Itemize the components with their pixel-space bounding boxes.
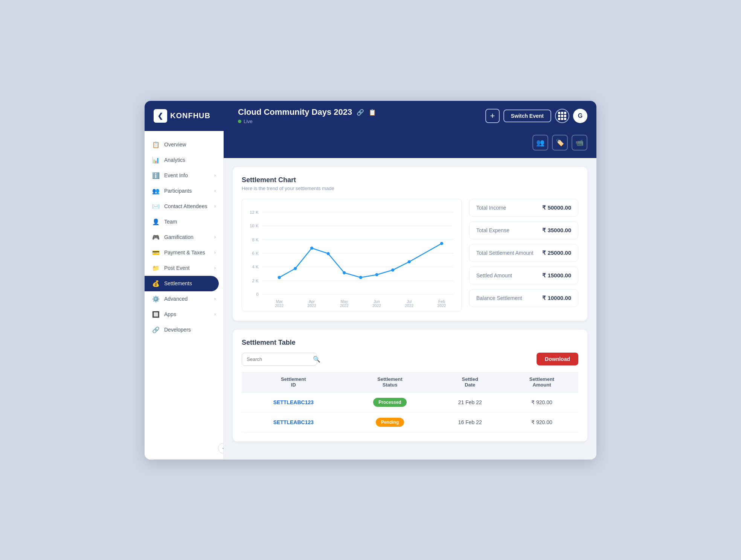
sidebar-item-overview[interactable]: 📋 Overview [145, 137, 223, 152]
logo: ❮ KONFHUB [154, 109, 229, 123]
header-actions: + Switch Event G [485, 109, 587, 123]
svg-point-31 [359, 276, 362, 279]
sidebar-icon-analytics: 📊 [152, 157, 160, 164]
sidebar-item-analytics[interactable]: 📊 Analytics [145, 152, 223, 168]
settlement-id-link[interactable]: SETTLEABC123 [273, 419, 314, 425]
settlement-id-link[interactable]: SETTLEABC123 [273, 399, 314, 405]
table-header: SettlementID SettlementStatus SettledDat… [242, 372, 578, 393]
sidebar-item-payment-taxes[interactable]: 💳 Payment & Taxes › [145, 245, 223, 260]
sidebar-chevron-participants: › [214, 188, 216, 193]
sidebar-item-settlements[interactable]: 💰 Settlements [145, 276, 219, 291]
svg-text:2022: 2022 [307, 304, 316, 308]
sidebar-label-apps: Apps [164, 311, 210, 317]
status-dot [238, 120, 241, 123]
sidebar-item-apps[interactable]: 🔲 Apps › [145, 307, 223, 322]
sidebar-chevron-advanced: › [214, 296, 216, 301]
logo-icon: ❮ [154, 109, 167, 123]
svg-point-34 [408, 260, 411, 263]
svg-text:Mar: Mar [276, 299, 283, 303]
col-settled-date: SettledDate [435, 372, 505, 393]
header-center: Cloud Community Days 2023 🔗 📋 Live [229, 107, 485, 124]
status-badge: Pending [376, 418, 404, 427]
settlement-amount: ₹ 920.00 [505, 392, 578, 412]
sidebar-collapse-button[interactable]: ‹ [218, 443, 224, 453]
svg-text:2022: 2022 [405, 304, 413, 308]
logo-text: KONFHUB [170, 111, 210, 120]
sidebar-label-analytics: Analytics [164, 157, 216, 163]
table-row: SETTLEABC123 Processed 21 Feb 22 ₹ 920.0… [242, 392, 578, 412]
event-title-row: Cloud Community Days 2023 🔗 📋 [238, 107, 485, 117]
status-label: Live [244, 119, 253, 124]
svg-text:2 K: 2 K [252, 278, 259, 283]
sidebar-chevron-apps: › [214, 312, 216, 317]
grid-menu-button[interactable] [555, 109, 569, 123]
search-box[interactable]: 🔍 [242, 353, 317, 366]
copy-icon-button[interactable]: 📋 [369, 109, 376, 116]
sidebar-item-contact-attendees[interactable]: ✉️ Contact Attendees › [145, 199, 223, 214]
stat-label-total-settlement: Total Settlement Amount [476, 250, 534, 256]
search-icon: 🔍 [313, 356, 320, 363]
settlement-table: SettlementID SettlementStatus SettledDat… [242, 372, 578, 432]
sidebar-icon-event-info: ℹ️ [152, 172, 160, 179]
sidebar-label-post-event: Post Event [164, 265, 210, 271]
sidebar-icon-developers: 🔗 [152, 326, 160, 333]
chart-title: Settlement Chart [242, 176, 578, 184]
settled-date: 16 Feb 22 [435, 412, 505, 432]
link-icon-button[interactable]: 🔗 [357, 109, 364, 116]
sidebar-item-developers[interactable]: 🔗 Developers [145, 322, 223, 338]
svg-text:8 K: 8 K [252, 237, 259, 242]
sidebar-label-payment-taxes: Payment & Taxes [164, 250, 210, 256]
sidebar-icon-apps: 🔲 [152, 311, 160, 318]
sidebar-label-team: Team [164, 219, 216, 225]
download-button[interactable]: Download [537, 353, 578, 365]
avatar-button[interactable]: G [573, 109, 587, 123]
svg-point-26 [278, 276, 281, 279]
svg-point-28 [310, 247, 313, 250]
add-button[interactable]: + [485, 109, 500, 123]
line-chart-container: 0 2 K 4 K 6 K 8 K 10 K 12 K Mar 2022 [242, 199, 462, 312]
tag-icon-button[interactable]: 🏷️ [552, 135, 568, 151]
svg-text:Apr: Apr [309, 299, 315, 303]
search-input[interactable] [247, 356, 310, 362]
stat-label-total-income: Total Income [476, 205, 506, 211]
svg-text:10 K: 10 K [250, 224, 259, 228]
svg-point-33 [391, 268, 394, 271]
table-header-row: Settlement Table [242, 339, 578, 347]
sidebar-chevron-event-info: › [214, 173, 216, 178]
col-settlement-status: SettlementStatus [345, 372, 435, 393]
table-row: SETTLEABC123 Pending 16 Feb 22 ₹ 920.00 [242, 412, 578, 432]
svg-text:0: 0 [256, 292, 258, 297]
svg-text:Jun: Jun [374, 299, 380, 303]
app-window: ❮ KONFHUB Cloud Community Days 2023 🔗 📋 … [145, 101, 596, 460]
settlement-table-card: Settlement Table 🔍 Download SettlementID [233, 330, 587, 441]
sidebar-item-post-event[interactable]: 📁 Post Event › [145, 260, 223, 276]
chart-stats-row: 0 2 K 4 K 6 K 8 K 10 K 12 K Mar 2022 [242, 199, 578, 312]
sidebar-item-team[interactable]: 👤 Team [145, 214, 223, 230]
svg-text:6 K: 6 K [252, 251, 259, 255]
sidebar-item-event-info[interactable]: ℹ️ Event Info › [145, 168, 223, 183]
settlement-chart-card: Settlement Chart Here is the trend of yo… [233, 167, 587, 321]
svg-text:2022: 2022 [437, 304, 446, 308]
svg-text:2022: 2022 [340, 304, 349, 308]
sidebar-icon-advanced: ⚙️ [152, 295, 160, 303]
header: ❮ KONFHUB Cloud Community Days 2023 🔗 📋 … [145, 101, 596, 131]
line-chart-svg: 0 2 K 4 K 6 K 8 K 10 K 12 K Mar 2022 [242, 199, 461, 311]
sidebar-label-developers: Developers [164, 327, 216, 333]
sidebar: 📋 Overview 📊 Analytics ℹ️ Event Info › 👥… [145, 131, 224, 460]
video-icon-button[interactable]: 📹 [572, 135, 587, 151]
stat-value-total-income: ₹ 50000.00 [542, 204, 571, 211]
svg-point-27 [294, 267, 297, 270]
main-layout: 📋 Overview 📊 Analytics ℹ️ Event Info › 👥… [145, 131, 596, 460]
sidebar-chevron-gamification: › [214, 234, 216, 240]
sidebar-item-gamification[interactable]: 🎮 Gamification › [145, 230, 223, 245]
sidebar-label-event-info: Event Info [164, 172, 210, 178]
people-icon-button[interactable]: 👥 [532, 135, 548, 151]
col-settlement-amount: SettlementAmount [505, 372, 578, 393]
svg-text:2022: 2022 [372, 304, 381, 308]
sidebar-item-advanced[interactable]: ⚙️ Advanced › [145, 291, 223, 307]
svg-point-32 [375, 273, 378, 276]
sidebar-chevron-contact-attendees: › [214, 204, 216, 209]
switch-event-button[interactable]: Switch Event [503, 110, 551, 122]
sidebar-item-participants[interactable]: 👥 Participants › [145, 183, 223, 199]
stat-label-total-expense: Total Expense [476, 227, 509, 233]
